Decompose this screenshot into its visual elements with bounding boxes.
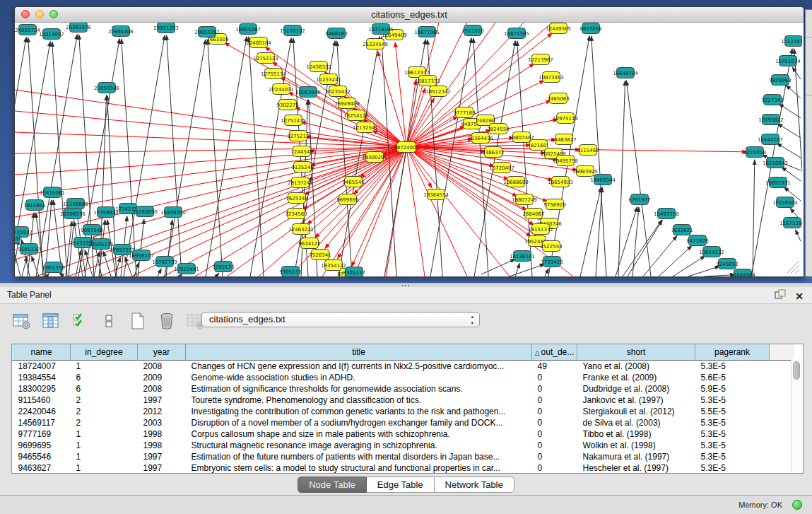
table-cell[interactable]: 0 xyxy=(532,372,577,383)
column-header-short[interactable]: short xyxy=(577,344,695,361)
column-header-title[interactable]: title xyxy=(186,344,532,361)
table-row[interactable]: 1938455462009Genome-wide association stu… xyxy=(13,372,794,383)
table-cell[interactable]: de Silva et al. (2003) xyxy=(577,417,695,428)
table-cell[interactable]: 9777169 xyxy=(13,428,71,440)
row-height-icon[interactable] xyxy=(100,313,118,329)
table-cell[interactable]: 2012 xyxy=(138,406,186,417)
memory-ok-indicator[interactable] xyxy=(792,500,802,510)
table-cell[interactable]: 0 xyxy=(532,462,577,474)
table-cell[interactable]: Corpus callosum shape and size in male p… xyxy=(186,428,532,440)
table-row[interactable]: 946554611997Estimation of the future num… xyxy=(13,451,794,462)
table-cell[interactable]: 6 xyxy=(71,372,138,383)
table-cell[interactable]: 5.3E-5 xyxy=(695,417,770,428)
table-row[interactable]: 969969511998Structural magnetic resonanc… xyxy=(13,440,794,451)
table-cell[interactable]: Changes of HCN gene expression and I(f) … xyxy=(186,361,532,373)
table-cell[interactable]: 0 xyxy=(532,406,577,417)
table-cell[interactable]: 1 xyxy=(71,428,138,440)
table-cell[interactable]: 18724007 xyxy=(13,361,71,373)
table-cell[interactable]: 5.5E-5 xyxy=(695,406,770,417)
column-header-out-de-[interactable]: △out_de... xyxy=(532,344,577,361)
table-select-dropdown[interactable]: citations_edges.txt ▴▾ xyxy=(201,312,480,327)
table-cell[interactable]: 1 xyxy=(71,451,138,462)
table-cell[interactable]: Tourette syndrome. Phenomenology and cla… xyxy=(186,395,532,406)
table-row[interactable]: 1456911722003Disruption of a novel membe… xyxy=(13,417,794,428)
table-cell[interactable]: 0 xyxy=(532,383,577,395)
new-table-icon[interactable] xyxy=(129,313,147,329)
scrollbar-thumb[interactable] xyxy=(793,361,800,380)
table-cell[interactable]: Nakamura et al. (1997) xyxy=(577,451,695,462)
table-row[interactable]: 977716911998Corpus callosum shape and si… xyxy=(13,428,794,440)
table-cell[interactable]: 1 xyxy=(71,361,138,373)
table-cell[interactable]: Genome-wide association studies in ADHD. xyxy=(186,372,532,383)
float-panel-icon[interactable] xyxy=(775,289,786,303)
table-cell[interactable]: 1997 xyxy=(138,451,186,462)
tab-network-table[interactable]: Network Table xyxy=(435,477,514,493)
table-cell[interactable]: 5.3E-5 xyxy=(695,462,770,474)
table-cell[interactable]: Yano et al. (2008) xyxy=(577,361,695,373)
table-cell[interactable]: Wolkin et al. (1998) xyxy=(577,440,695,451)
node-table[interactable]: namein_degreeyeartitle△out_de...shortpag… xyxy=(11,344,804,474)
select-rows-icon[interactable] xyxy=(71,313,89,329)
table-cell[interactable]: Structural magnetic resonance image aver… xyxy=(186,440,532,451)
column-header-in-degree[interactable]: in_degree xyxy=(71,344,138,361)
table-cell[interactable]: 19384554 xyxy=(13,372,71,383)
table-cell[interactable]: 2 xyxy=(71,395,138,406)
table-cell[interactable]: Disruption of a novel member of a sodium… xyxy=(186,417,532,428)
table-cell[interactable]: Franke et al. (2009) xyxy=(577,372,695,383)
table-cell[interactable]: 49 xyxy=(532,361,577,373)
table-cell[interactable]: 14569117 xyxy=(13,417,71,428)
table-row[interactable]: 1872400712008Changes of HCN gene express… xyxy=(13,361,794,373)
table-cell[interactable]: 1 xyxy=(71,462,138,474)
table-cell[interactable]: 2008 xyxy=(138,361,186,373)
network-canvas[interactable]: 2240018412752123127551742724403193022751… xyxy=(15,23,802,276)
table-cell[interactable]: 2008 xyxy=(138,383,186,395)
table-cell[interactable]: 2 xyxy=(71,417,138,428)
table-cell[interactable]: Investigating the contribution of common… xyxy=(186,406,532,417)
graph-nodes[interactable]: 2240018412752123127551742724403193022751… xyxy=(15,23,802,276)
table-cell[interactable]: Dudbridge et al. (2008) xyxy=(577,383,695,395)
window-close-button[interactable] xyxy=(21,10,30,18)
table-cell[interactable]: 9699695 xyxy=(13,440,71,451)
table-settings-icon[interactable] xyxy=(13,313,31,329)
table-cell[interactable]: Estimation of the future numbers of pati… xyxy=(186,451,532,462)
table-cell[interactable]: 1998 xyxy=(138,440,186,451)
table-cell[interactable]: 9115460 xyxy=(13,395,71,406)
column-header-pagerank[interactable]: pagerank xyxy=(695,344,770,361)
column-header-name[interactable]: name xyxy=(13,344,71,361)
table-cell[interactable]: 0 xyxy=(532,451,577,462)
table-row[interactable]: 946362711997Embryonic stem cells: a mode… xyxy=(13,462,794,474)
table-cell[interactable]: 2003 xyxy=(138,417,186,428)
table-cell[interactable]: Stergiakouli et al. (2012) xyxy=(577,406,695,417)
table-row[interactable]: 2242004622012Investigating the contribut… xyxy=(13,406,794,417)
table-row[interactable]: 1830029562008Estimation of significance … xyxy=(13,383,794,395)
table-cell[interactable]: 5.9E-5 xyxy=(695,383,770,395)
table-cell[interactable]: 9465546 xyxy=(13,451,71,462)
delete-table-icon[interactable] xyxy=(158,313,176,329)
table-cell[interactable]: 22420046 xyxy=(13,406,71,417)
table-cell[interactable]: 0 xyxy=(532,417,577,428)
table-cell[interactable]: 5.3E-5 xyxy=(695,428,770,440)
tab-edge-table[interactable]: Edge Table xyxy=(367,477,435,493)
table-cell[interactable]: 1 xyxy=(71,440,138,451)
table-vertical-scrollbar[interactable] xyxy=(791,359,802,473)
table-cell[interactable]: 0 xyxy=(532,395,577,406)
table-cell[interactable]: 0 xyxy=(532,428,577,440)
window-resize-grip[interactable] xyxy=(782,257,801,275)
network-graph[interactable]: 2240018412752123127551742724403193022751… xyxy=(15,23,802,276)
table-cell[interactable]: 5.3E-5 xyxy=(695,361,770,373)
table-cell[interactable]: 1998 xyxy=(138,428,186,440)
network-window[interactable]: citations_edges.txt 22400184127521231275… xyxy=(14,6,804,277)
table-cell[interactable]: Jankovic et al. (1997) xyxy=(577,395,695,406)
table-row[interactable]: 911546021997Tourette syndrome. Phenomeno… xyxy=(13,395,794,406)
show-columns-icon[interactable] xyxy=(42,313,60,329)
table-cell[interactable]: 0 xyxy=(532,440,577,451)
table-cell[interactable]: 1997 xyxy=(138,462,186,474)
table-cell[interactable]: Tibbo et al. (1998) xyxy=(577,428,695,440)
table-cell[interactable]: 9463627 xyxy=(13,462,71,474)
table-cell[interactable]: 5.3E-5 xyxy=(695,440,770,451)
table-cell[interactable]: 2009 xyxy=(138,372,186,383)
table-cell[interactable]: Estimation of significance thresholds fo… xyxy=(186,383,532,395)
table-cell[interactable]: 5.6E-5 xyxy=(695,372,770,383)
table-cell[interactable]: 18300295 xyxy=(13,383,71,395)
table-cell[interactable]: Embryonic stem cells: a model to study s… xyxy=(186,462,532,474)
